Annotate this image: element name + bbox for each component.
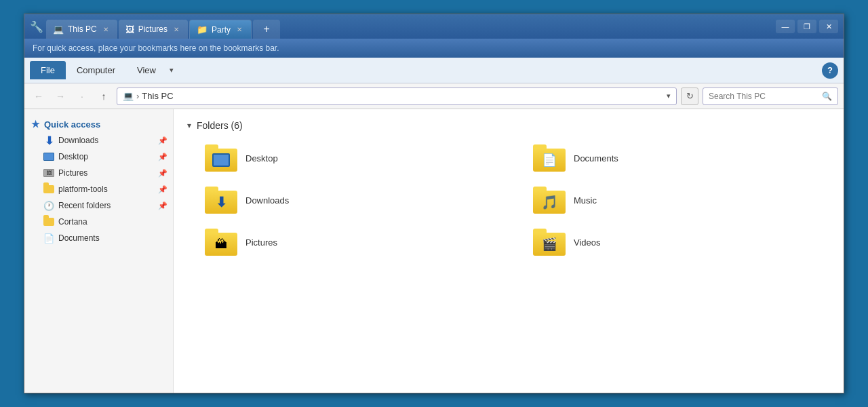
music-folder-icon: 🎵 xyxy=(533,187,566,214)
pictures-sidebar-icon: 🖼 xyxy=(43,168,54,178)
close-button[interactable]: ✕ xyxy=(819,20,838,33)
party-tab-label: Party xyxy=(212,25,231,35)
platform-tools-pin-icon: 📌 xyxy=(158,185,167,194)
folder-item-videos[interactable]: 🎬 Videos xyxy=(529,226,830,258)
sidebar-cortana-label: Cortana xyxy=(58,217,87,227)
documents-sidebar-icon: 📄 xyxy=(43,233,54,244)
path-dropdown[interactable]: ▾ xyxy=(667,92,671,100)
sidebar-recent-folders-label: Recent folders xyxy=(58,201,111,210)
party-tab-icon: 📁 xyxy=(197,24,208,35)
desktop-sidebar-icon xyxy=(43,151,54,162)
search-icon: 🔍 xyxy=(822,92,832,101)
sidebar-item-desktop[interactable]: Desktop 📌 xyxy=(24,149,173,165)
address-path[interactable]: 💻 › This PC ▾ xyxy=(117,88,677,105)
folder-item-music[interactable]: 🎵 Music xyxy=(529,184,830,216)
up-button[interactable]: ↑ xyxy=(95,88,113,105)
videos-folder-icon: 🎬 xyxy=(533,229,566,256)
ribbon-dropdown-chevron[interactable]: ▾ xyxy=(170,66,174,75)
ribbon-help-button[interactable]: ? xyxy=(822,62,838,79)
sidebar-item-downloads[interactable]: ⬇ Downloads 📌 xyxy=(24,132,173,149)
refresh-button[interactable]: ↻ xyxy=(681,88,698,105)
sidebar-item-platform-tools[interactable]: platform-tools 📌 xyxy=(24,181,173,197)
quick-access-label: Quick access xyxy=(44,119,100,130)
window-controls: — ❐ ✕ xyxy=(776,20,838,33)
folders-chevron-icon: ▾ xyxy=(187,121,191,130)
this-pc-tab-close[interactable]: ✕ xyxy=(101,24,111,34)
sidebar-item-documents[interactable]: 📄 Documents xyxy=(24,230,173,246)
sidebar-item-pictures[interactable]: 🖼 Pictures 📌 xyxy=(24,165,173,181)
star-icon: ★ xyxy=(31,119,40,130)
pictures-tab-label: Pictures xyxy=(138,24,167,34)
sidebar-documents-label: Documents xyxy=(58,233,100,243)
downloads-sidebar-icon: ⬇ xyxy=(43,135,54,146)
sidebar-pictures-label: Pictures xyxy=(58,168,87,178)
sidebar-desktop-label: Desktop xyxy=(58,152,88,161)
content-area: ▾ Folders (6) Desktop xyxy=(174,109,844,393)
sidebar-item-cortana[interactable]: Cortana xyxy=(24,214,173,230)
pictures-folder-icon: 🏔 xyxy=(205,229,237,256)
back-button[interactable]: ← xyxy=(30,88,47,105)
pictures-tab-close[interactable]: ✕ xyxy=(172,24,181,34)
cortana-sidebar-icon xyxy=(43,216,54,227)
folders-section-header[interactable]: ▾ Folders (6) xyxy=(187,120,830,131)
search-input[interactable] xyxy=(709,92,819,101)
recent-folders-pin-icon: 📌 xyxy=(158,201,167,210)
tab-party[interactable]: 📁 Party ✕ xyxy=(189,20,252,39)
sidebar-downloads-label: Downloads xyxy=(58,136,98,145)
wrench-icon: 🔧 xyxy=(30,20,43,33)
ribbon-tab-file[interactable]: File xyxy=(30,61,66,79)
main-content: ★ Quick access ⬇ Downloads 📌 Desktop 📌 xyxy=(24,109,844,393)
new-tab-button[interactable]: + xyxy=(253,20,280,39)
search-box[interactable]: 🔍 xyxy=(703,88,838,105)
path-location: This PC xyxy=(142,91,173,101)
this-pc-tab-icon: 💻 xyxy=(53,24,64,35)
documents-folder-icon: 📄 xyxy=(533,144,566,172)
tab-strip: 💻 This PC ✕ 🖼 Pictures ✕ 📁 Party ✕ + xyxy=(46,14,776,39)
path-separator: › xyxy=(136,91,139,101)
maximize-button[interactable]: ❐ xyxy=(797,20,816,33)
tab-this-pc[interactable]: 💻 This PC ✕ xyxy=(46,20,117,39)
sidebar: ★ Quick access ⬇ Downloads 📌 Desktop 📌 xyxy=(24,109,174,393)
party-tab-close[interactable]: ✕ xyxy=(235,25,244,35)
downloads-folder-icon: ⬇ xyxy=(205,187,237,214)
title-bar: 🔧 💻 This PC ✕ 🖼 Pictures ✕ 📁 Party ✕ + xyxy=(24,14,844,39)
music-folder-label: Music xyxy=(574,195,597,206)
ribbon-tab-view[interactable]: View xyxy=(126,61,167,79)
path-pc-icon: 💻 xyxy=(123,91,134,101)
pictures-folder-label: Pictures xyxy=(245,237,277,248)
sidebar-item-recent-folders[interactable]: 🕐 Recent folders 📌 xyxy=(24,197,173,214)
recent-locations-button[interactable]: · xyxy=(73,88,91,105)
recent-folders-sidebar-icon: 🕐 xyxy=(43,200,54,211)
downloads-pin-icon: 📌 xyxy=(158,136,167,145)
main-window: 🔧 💻 This PC ✕ 🖼 Pictures ✕ 📁 Party ✕ + xyxy=(24,14,844,393)
downloads-folder-label: Downloads xyxy=(245,195,289,206)
folder-item-desktop[interactable]: Desktop xyxy=(201,142,502,174)
ribbon-tab-computer[interactable]: Computer xyxy=(66,61,126,79)
pictures-pin-icon: 📌 xyxy=(158,169,167,178)
folder-item-documents[interactable]: 📄 Documents xyxy=(529,142,830,174)
folder-item-pictures[interactable]: 🏔 Pictures xyxy=(201,226,502,258)
videos-folder-label: Videos xyxy=(574,237,601,248)
documents-folder-label: Documents xyxy=(574,153,618,163)
ribbon: File Computer View ▾ ? xyxy=(24,58,844,83)
folders-grid: Desktop 📄 Documents xyxy=(187,142,830,258)
address-bar: ← → · ↑ 💻 › This PC ▾ ↻ 🔍 xyxy=(24,83,844,109)
forward-button[interactable]: → xyxy=(52,88,69,105)
desktop-pin-icon: 📌 xyxy=(158,153,167,161)
platform-tools-sidebar-icon xyxy=(43,184,54,195)
sidebar-platform-tools-label: platform-tools xyxy=(58,185,108,194)
desktop-folder-label: Desktop xyxy=(245,153,278,163)
tab-pictures[interactable]: 🖼 Pictures ✕ xyxy=(119,20,188,39)
pictures-tab-icon: 🖼 xyxy=(125,24,134,35)
desktop-folder-icon xyxy=(205,144,237,172)
bookmark-bar-text: For quick access, place your bookmarks h… xyxy=(33,43,279,53)
folder-item-downloads[interactable]: ⬇ Downloads xyxy=(201,184,502,216)
this-pc-tab-label: This PC xyxy=(68,24,97,34)
folders-section-label: Folders (6) xyxy=(197,120,243,131)
bookmark-bar: For quick access, place your bookmarks h… xyxy=(24,39,844,58)
minimize-button[interactable]: — xyxy=(776,20,795,33)
quick-access-header[interactable]: ★ Quick access xyxy=(24,116,173,132)
